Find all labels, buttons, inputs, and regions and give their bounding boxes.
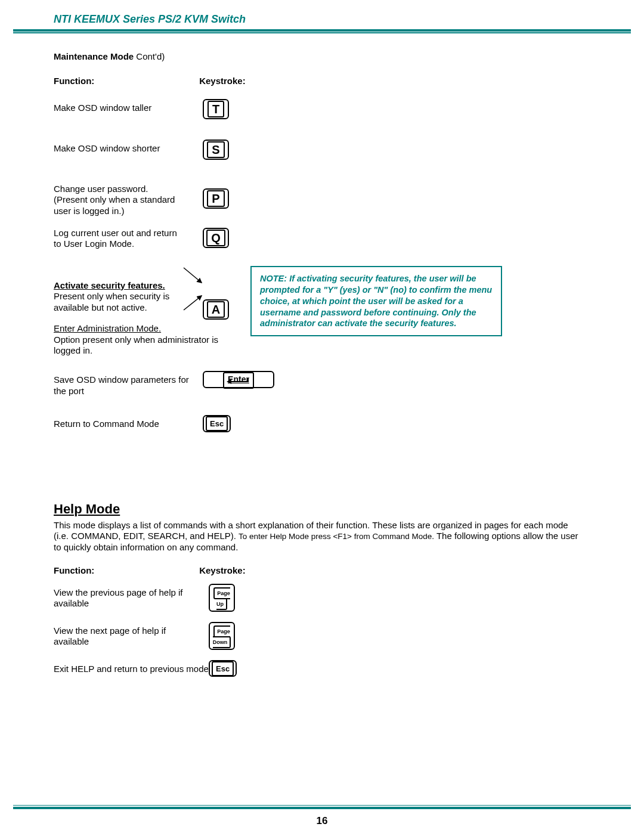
enter-arrow-icon [225, 378, 249, 385]
key-esc-icon: Esc [209, 660, 237, 677]
function-text: Save OSD window parameters for the port [54, 374, 197, 397]
function-text: View the previous page of help if availa… [54, 587, 185, 610]
pointer-arrows-icon [184, 265, 213, 312]
table-row: Save OSD window parameters for the port … [54, 374, 632, 403]
column-keystroke-header: Keystroke: [199, 565, 246, 577]
table-row: Log current user out and return to User … [54, 228, 632, 256]
key-esc-icon: Esc [203, 415, 231, 432]
svg-line-1 [184, 296, 202, 310]
function-text: View the next page of help if available [54, 625, 185, 648]
header-rule [0, 29, 644, 33]
key-label: Esc [212, 661, 234, 676]
page-number: 16 [0, 815, 644, 827]
security-note-callout: NOTE: If activating security features, t… [250, 266, 502, 336]
key-label-line1: Page [217, 628, 230, 634]
key-label-line2: Down [213, 639, 228, 645]
help-para-small: To enter Help Mode press <F1> from Comma… [239, 532, 434, 541]
column-function-header: Function: [54, 565, 161, 577]
enter-admin-heading: Enter Administration Mode. [54, 323, 233, 335]
maintenance-mode-label: Maintenance Mode [54, 51, 134, 61]
key-label: P [207, 190, 224, 207]
table-row: Exit HELP and return to previous mode Es… [54, 664, 632, 691]
svg-line-0 [184, 268, 202, 283]
table-row: View the previous page of help if availa… [54, 587, 632, 615]
function-text: Change user password. (Present only when… [54, 184, 179, 217]
key-s-icon: S [203, 140, 229, 160]
function-text: Make OSD window shorter [54, 143, 197, 154]
help-table-headers: Function: Keystroke: [54, 565, 632, 577]
key-t-icon: T [203, 99, 229, 119]
table-row: Change user password. (Present only when… [54, 184, 632, 221]
function-text: Return to Command Mode [54, 419, 197, 430]
table-row: View the next page of help if available … [54, 625, 632, 653]
footer-rule [0, 805, 644, 810]
key-page-down-icon: Page Down [209, 622, 235, 651]
function-text: Exit HELP and return to previous mode [54, 664, 209, 675]
key-label: Esc [206, 416, 228, 431]
help-mode-paragraph: This mode displays a list of commands wi… [54, 520, 584, 553]
key-label: S [207, 141, 224, 158]
function-text: Log current user out and return to User … [54, 228, 179, 250]
maintenance-mode-suffix: Cont'd) [134, 51, 165, 61]
security-note-text: NOTE: If activating security features, t… [260, 274, 492, 328]
key-enter-icon: Enter [203, 371, 274, 388]
key-label-line2: Up [216, 601, 224, 607]
table-row: Make OSD window taller T [54, 103, 632, 131]
maintenance-table-headers: Function: Keystroke: [54, 76, 632, 87]
key-label-line1: Page [217, 590, 230, 596]
key-page-up-icon: Page Up [209, 584, 235, 612]
column-keystroke-header: Keystroke: [199, 76, 246, 87]
document-header-title: NTI KEEMUX Series PS/2 KVM Switch [54, 13, 644, 26]
function-text: Make OSD window taller [54, 103, 197, 114]
enter-admin-note: Option present only when administrator i… [54, 335, 233, 357]
table-row: Return to Command Mode Esc [54, 419, 632, 447]
activate-security-note: Present only when security is available … [54, 291, 179, 314]
key-p-icon: P [203, 188, 229, 209]
table-row: Make OSD window shorter S [54, 143, 632, 172]
key-q-icon: Q [203, 228, 229, 248]
key-label: T [208, 101, 224, 117]
column-function-header: Function: [54, 76, 161, 87]
key-label: Q [206, 230, 225, 246]
help-mode-heading: Help Mode [54, 501, 632, 518]
maintenance-mode-subtitle: Maintenance Mode Cont'd) [54, 51, 632, 63]
